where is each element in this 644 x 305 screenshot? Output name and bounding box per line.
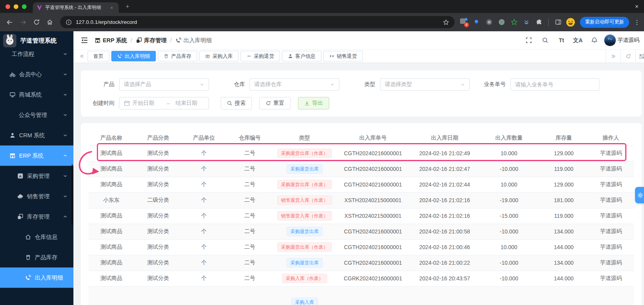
reload-icon[interactable] [30,16,42,28]
browser-update-button[interactable]: 重新启动即可更新 [580,17,629,28]
browser-menu-icon[interactable]: ⋮ [634,19,640,26]
window-close-button[interactable] [5,4,10,9]
cell-unit: 个 [182,208,225,224]
page-tab[interactable]: 出入库明细 [111,51,156,61]
cell-order_no: CGTH20240216000001 [335,161,411,177]
cell-category: 测试分类 [134,224,182,239]
bookmark-star-icon[interactable] [443,19,449,25]
extension-green-star-icon[interactable] [509,18,519,27]
breadcrumb-item[interactable]: ERP 系统 [95,37,127,44]
back-icon[interactable] [4,16,16,28]
page-tab[interactable]: 采购退货 [241,51,280,61]
table-row: 测试商品测试分类个二号采购退货出库CGTH202402160000012024-… [89,224,634,239]
user-avatar[interactable]: 文心 [604,34,616,46]
extension-icons: 6 ⌘ 重新启动即可更新 ⋮ [459,17,640,28]
page-tab[interactable]: 客户信息 [282,51,321,61]
home-icon [25,234,31,240]
breadcrumb-item[interactable]: 库存管理 [136,37,167,44]
cell-order_no [335,286,411,305]
sidebar-scrollbar-thumb[interactable] [71,164,73,225]
date-range-input[interactable]: 开始日期 – 结束日期 [119,97,209,109]
url-bar[interactable]: 127.0.0.1/erp/stock/record [60,16,455,28]
reset-button[interactable]: 重置 [259,97,291,109]
sidebar-item[interactable]: 公众号管理 [0,105,73,125]
sidebar-item[interactable]: 销售管理 [0,186,73,206]
cell-warehouse: 二号 [225,145,274,161]
sidebar-item[interactable]: 产品库存 [0,247,73,267]
stock-record-table: 产品名称产品分类产品单位仓库编号类型出入库单号出入库日期出入库数量库存量操作人 … [89,131,634,305]
site-info-icon[interactable] [66,19,72,25]
cell-warehouse [225,286,274,305]
sidebar-item[interactable]: 工作流程 [0,44,73,64]
export-button[interactable]: 导出 [298,97,329,109]
home-icon[interactable] [44,16,55,28]
browser-tab[interactable]: 芋道管理系统 - 出入库明细 [33,2,119,13]
cell-date: 2024-02-16 20:43:57 [411,271,478,286]
page-tab[interactable]: 采购入库 [199,51,239,61]
search-button-label: 搜索 [235,100,246,107]
extension-green-dot-icon[interactable] [497,18,506,27]
type-select[interactable]: 请选择类型 [380,78,470,91]
chevron-down-icon [63,52,68,56]
page-tab[interactable]: 首页 [87,51,109,61]
tabs-scroll-right-button[interactable] [606,50,621,63]
type-tag: 采购退货出库（作废） [277,242,332,252]
cell-operator: 芋道源码 [588,271,634,286]
menu-fold-icon[interactable] [80,36,88,44]
cell-category: 测试分类 [134,255,182,271]
theme-settings-button[interactable] [635,187,644,203]
extension-chevrons-icon[interactable] [522,18,531,27]
chevron-down-icon [63,72,68,77]
page-tab[interactable]: 销售退货 [323,51,363,61]
extensions-puzzle-icon[interactable] [534,18,544,27]
breadcrumb-item[interactable]: 出入库明细 [175,37,212,44]
tabs-scroll-left-button[interactable] [76,50,87,63]
sidebar-item[interactable]: CRM 系统 [0,125,73,145]
bizno-input[interactable] [510,78,599,91]
extension-gem-icon[interactable] [472,18,481,27]
extension-badged-icon[interactable]: 6 [459,18,469,27]
basket-icon [205,54,210,59]
font-size-icon[interactable]: Tt [558,37,565,44]
sidebar-item[interactable]: 出入库明细 [0,267,73,288]
cell-type: 采购退货出库（作废） [274,239,335,255]
search-icon[interactable] [541,37,549,44]
cell-category: 测试分类 [134,145,182,161]
sidebar-item[interactable]: 仓库信息 [0,227,73,247]
notification-icon[interactable] [590,37,598,44]
header-username[interactable]: 芋道源码 [617,37,639,44]
sidebar-item-label: 公众号管理 [19,111,47,119]
window-zoom-button[interactable] [22,4,27,9]
fullscreen-icon[interactable] [525,37,532,44]
sidebar-item[interactable]: 商城系统 [0,84,73,105]
browser-tab-title: 芋道管理系统 - 出入库明细 [45,4,105,11]
table-row: 测试商品测试分类个二号销售退货入库（作废）XSTH202402150000012… [89,208,634,224]
close-icon[interactable] [633,3,640,10]
window-minimize-button[interactable] [14,4,18,9]
warehouse-select[interactable]: 请选择仓库 [250,78,339,91]
new-tab-button[interactable] [123,3,131,11]
product-select[interactable]: 请选择产品 [119,78,209,91]
sidebar-item[interactable]: 库存管理 [0,206,73,227]
type-placeholder: 请选择类型 [385,81,458,88]
search-button[interactable]: 搜索 [221,97,252,109]
type-tag: 采购退货出库 [287,227,323,236]
page-tab[interactable]: 产品库存 [158,51,197,61]
cell-type: 采购退货出库（作废） [274,177,335,192]
cell-operator: 芋道源码 [588,255,634,271]
tab-layout-button[interactable] [635,50,644,63]
sidebar-item[interactable]: 会员中心 [0,64,73,84]
profile-avatar-icon[interactable] [566,18,575,27]
side-panel-icon[interactable] [553,18,563,27]
type-tag: 采购退货出库（作废） [277,180,332,189]
tab-close-icon[interactable] [109,5,115,11]
locale-icon[interactable]: 文A [574,37,582,44]
cell-unit [182,286,225,305]
sidebar-item[interactable]: A采购管理 [0,166,73,186]
extension-command-icon[interactable]: ⌘ [484,18,494,27]
sidebar-item[interactable]: ERP 系统 [0,145,73,166]
cell-quantity: 10.000 [478,145,539,161]
tab-refresh-button[interactable] [621,50,635,63]
cell-unit: 个 [182,271,225,286]
forward-icon[interactable] [17,16,29,28]
